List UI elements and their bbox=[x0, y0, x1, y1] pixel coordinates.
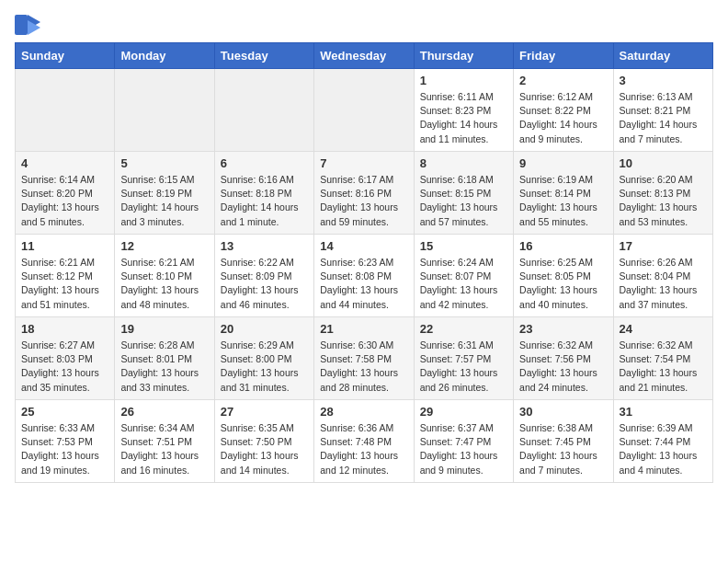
day-number: 17 bbox=[620, 239, 707, 253]
calendar-cell: 11Sunrise: 6:21 AMSunset: 8:12 PMDayligh… bbox=[16, 235, 115, 317]
cell-info: Sunrise: 6:18 AMSunset: 8:15 PMDaylight:… bbox=[420, 173, 507, 229]
calendar-cell: 25Sunrise: 6:33 AMSunset: 7:53 PMDayligh… bbox=[16, 400, 115, 483]
day-number: 11 bbox=[21, 239, 108, 253]
calendar-cell: 5Sunrise: 6:15 AMSunset: 8:19 PMDaylight… bbox=[115, 152, 214, 235]
cell-info: Sunrise: 6:26 AMSunset: 8:04 PMDaylight:… bbox=[620, 256, 707, 312]
cell-info: Sunrise: 6:36 AMSunset: 7:48 PMDaylight:… bbox=[320, 421, 407, 477]
day-number: 26 bbox=[120, 405, 208, 419]
calendar-cell: 19Sunrise: 6:28 AMSunset: 8:01 PMDayligh… bbox=[115, 317, 214, 400]
cell-info: Sunrise: 6:20 AMSunset: 8:13 PMDaylight:… bbox=[620, 173, 707, 229]
day-number: 3 bbox=[620, 74, 707, 87]
calendar-cell: 16Sunrise: 6:25 AMSunset: 8:05 PMDayligh… bbox=[514, 235, 613, 317]
calendar-body: 1Sunrise: 6:11 AMSunset: 8:23 PMDaylight… bbox=[16, 69, 713, 483]
calendar-cell: 31Sunrise: 6:39 AMSunset: 7:44 PMDayligh… bbox=[613, 400, 712, 483]
day-number: 19 bbox=[120, 322, 208, 336]
calendar-cell: 9Sunrise: 6:19 AMSunset: 8:14 PMDaylight… bbox=[514, 152, 613, 235]
day-number: 25 bbox=[21, 405, 108, 419]
calendar-cell: 14Sunrise: 6:23 AMSunset: 8:08 PMDayligh… bbox=[314, 235, 414, 317]
calendar-week-row: 4Sunrise: 6:14 AMSunset: 8:20 PMDaylight… bbox=[16, 152, 713, 235]
calendar-cell: 15Sunrise: 6:24 AMSunset: 8:07 PMDayligh… bbox=[414, 235, 513, 317]
calendar-cell: 21Sunrise: 6:30 AMSunset: 7:58 PMDayligh… bbox=[314, 317, 414, 400]
cell-info: Sunrise: 6:19 AMSunset: 8:14 PMDaylight:… bbox=[519, 173, 607, 229]
cell-info: Sunrise: 6:33 AMSunset: 7:53 PMDaylight:… bbox=[21, 421, 108, 477]
day-number: 23 bbox=[519, 322, 607, 336]
col-header-friday: Friday bbox=[514, 43, 613, 69]
calendar-header-row: SundayMondayTuesdayWednesdayThursdayFrid… bbox=[16, 43, 713, 69]
day-number: 14 bbox=[320, 239, 407, 253]
calendar-table: SundayMondayTuesdayWednesdayThursdayFrid… bbox=[15, 42, 713, 483]
calendar-week-row: 25Sunrise: 6:33 AMSunset: 7:53 PMDayligh… bbox=[16, 400, 713, 483]
cell-info: Sunrise: 6:32 AMSunset: 7:56 PMDaylight:… bbox=[519, 339, 607, 395]
cell-info: Sunrise: 6:24 AMSunset: 8:07 PMDaylight:… bbox=[420, 256, 507, 312]
calendar-cell: 23Sunrise: 6:32 AMSunset: 7:56 PMDayligh… bbox=[514, 317, 613, 400]
calendar-cell: 13Sunrise: 6:22 AMSunset: 8:09 PMDayligh… bbox=[214, 235, 313, 317]
calendar-week-row: 18Sunrise: 6:27 AMSunset: 8:03 PMDayligh… bbox=[16, 317, 713, 400]
day-number: 2 bbox=[519, 74, 607, 87]
day-number: 31 bbox=[620, 405, 707, 419]
day-number: 1 bbox=[420, 74, 507, 87]
day-number: 16 bbox=[519, 239, 607, 253]
day-number: 12 bbox=[120, 239, 208, 253]
day-number: 27 bbox=[221, 405, 308, 419]
cell-info: Sunrise: 6:37 AMSunset: 7:47 PMDaylight:… bbox=[420, 421, 507, 477]
calendar-cell: 18Sunrise: 6:27 AMSunset: 8:03 PMDayligh… bbox=[16, 317, 115, 400]
day-number: 29 bbox=[420, 405, 507, 419]
col-header-monday: Monday bbox=[115, 43, 214, 69]
calendar-cell bbox=[214, 69, 313, 152]
col-header-saturday: Saturday bbox=[613, 43, 712, 69]
calendar-week-row: 1Sunrise: 6:11 AMSunset: 8:23 PMDaylight… bbox=[16, 69, 713, 152]
cell-info: Sunrise: 6:14 AMSunset: 8:20 PMDaylight:… bbox=[21, 173, 108, 229]
day-number: 7 bbox=[320, 156, 407, 170]
logo bbox=[15, 15, 44, 35]
day-number: 5 bbox=[120, 156, 208, 170]
cell-info: Sunrise: 6:21 AMSunset: 8:12 PMDaylight:… bbox=[21, 256, 108, 312]
cell-info: Sunrise: 6:25 AMSunset: 8:05 PMDaylight:… bbox=[519, 256, 607, 312]
day-number: 13 bbox=[221, 239, 308, 253]
day-number: 28 bbox=[320, 405, 407, 419]
cell-info: Sunrise: 6:16 AMSunset: 8:18 PMDaylight:… bbox=[221, 173, 308, 229]
cell-info: Sunrise: 6:15 AMSunset: 8:19 PMDaylight:… bbox=[120, 173, 208, 229]
cell-info: Sunrise: 6:32 AMSunset: 7:54 PMDaylight:… bbox=[620, 339, 707, 395]
day-number: 21 bbox=[320, 322, 407, 336]
day-number: 6 bbox=[221, 156, 308, 170]
day-number: 18 bbox=[21, 322, 108, 336]
day-number: 24 bbox=[620, 322, 707, 336]
day-number: 9 bbox=[519, 156, 607, 170]
day-number: 30 bbox=[519, 405, 607, 419]
calendar-cell: 3Sunrise: 6:13 AMSunset: 8:21 PMDaylight… bbox=[613, 69, 712, 152]
cell-info: Sunrise: 6:17 AMSunset: 8:16 PMDaylight:… bbox=[320, 173, 407, 229]
col-header-thursday: Thursday bbox=[414, 43, 513, 69]
cell-info: Sunrise: 6:22 AMSunset: 8:09 PMDaylight:… bbox=[221, 256, 308, 312]
cell-info: Sunrise: 6:13 AMSunset: 8:21 PMDaylight:… bbox=[620, 90, 707, 146]
calendar-cell: 24Sunrise: 6:32 AMSunset: 7:54 PMDayligh… bbox=[613, 317, 712, 400]
cell-info: Sunrise: 6:31 AMSunset: 7:57 PMDaylight:… bbox=[420, 339, 507, 395]
cell-info: Sunrise: 6:28 AMSunset: 8:01 PMDaylight:… bbox=[120, 339, 208, 395]
cell-info: Sunrise: 6:12 AMSunset: 8:22 PMDaylight:… bbox=[519, 90, 607, 146]
col-header-sunday: Sunday bbox=[16, 43, 115, 69]
day-number: 22 bbox=[420, 322, 507, 336]
cell-info: Sunrise: 6:34 AMSunset: 7:51 PMDaylight:… bbox=[120, 421, 208, 477]
calendar-cell bbox=[16, 69, 115, 152]
calendar-cell: 10Sunrise: 6:20 AMSunset: 8:13 PMDayligh… bbox=[613, 152, 712, 235]
day-number: 20 bbox=[221, 322, 308, 336]
calendar-cell: 29Sunrise: 6:37 AMSunset: 7:47 PMDayligh… bbox=[414, 400, 513, 483]
cell-info: Sunrise: 6:29 AMSunset: 8:00 PMDaylight:… bbox=[221, 339, 308, 395]
cell-info: Sunrise: 6:21 AMSunset: 8:10 PMDaylight:… bbox=[120, 256, 208, 312]
calendar-cell bbox=[115, 69, 214, 152]
calendar-cell: 6Sunrise: 6:16 AMSunset: 8:18 PMDaylight… bbox=[214, 152, 313, 235]
calendar-cell: 4Sunrise: 6:14 AMSunset: 8:20 PMDaylight… bbox=[16, 152, 115, 235]
cell-info: Sunrise: 6:30 AMSunset: 7:58 PMDaylight:… bbox=[320, 339, 407, 395]
cell-info: Sunrise: 6:27 AMSunset: 8:03 PMDaylight:… bbox=[21, 339, 108, 395]
day-number: 10 bbox=[620, 156, 707, 170]
calendar-cell: 28Sunrise: 6:36 AMSunset: 7:48 PMDayligh… bbox=[314, 400, 414, 483]
calendar-cell: 22Sunrise: 6:31 AMSunset: 7:57 PMDayligh… bbox=[414, 317, 513, 400]
page-header bbox=[15, 15, 713, 35]
day-number: 15 bbox=[420, 239, 507, 253]
day-number: 8 bbox=[420, 156, 507, 170]
logo-icon bbox=[15, 15, 40, 35]
calendar-cell: 1Sunrise: 6:11 AMSunset: 8:23 PMDaylight… bbox=[414, 69, 513, 152]
col-header-tuesday: Tuesday bbox=[214, 43, 313, 69]
cell-info: Sunrise: 6:35 AMSunset: 7:50 PMDaylight:… bbox=[221, 421, 308, 477]
calendar-cell: 20Sunrise: 6:29 AMSunset: 8:00 PMDayligh… bbox=[214, 317, 313, 400]
calendar-cell: 27Sunrise: 6:35 AMSunset: 7:50 PMDayligh… bbox=[214, 400, 313, 483]
